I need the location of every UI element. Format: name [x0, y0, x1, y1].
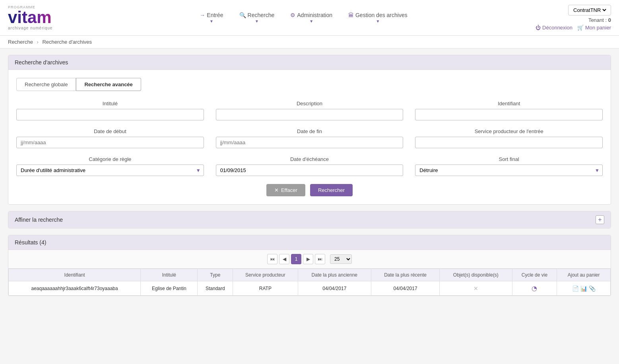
cell-intitule: Eglise de Pantin: [141, 281, 198, 296]
input-date-fin[interactable]: [216, 137, 404, 148]
panier-icon: 🛒: [577, 25, 584, 31]
cell-service: RATP: [233, 281, 298, 296]
tenant-info: Tenant : 0: [588, 17, 611, 23]
label-categorie: Catégorie de règle: [16, 156, 204, 162]
label-identifiant: Identifiant: [415, 101, 603, 106]
entree-icon: →: [200, 12, 205, 18]
input-intitule[interactable]: [16, 109, 204, 120]
page-first-button[interactable]: ⏮: [267, 254, 277, 264]
effacer-label: Effacer: [281, 187, 297, 193]
col-type: Type: [198, 269, 233, 281]
col-cycle: Cycle de vie: [512, 269, 557, 281]
cell-objets: ✕: [440, 281, 512, 296]
label-echeance: Date d'échéance: [216, 156, 404, 162]
form-group-service: Service producteur de l'entrée: [415, 128, 603, 148]
nav-recherche[interactable]: 🔍 Recherche ▼: [239, 12, 275, 23]
results-title: Résultats (4): [15, 239, 46, 246]
breadcrumb-recherche[interactable]: Recherche: [8, 39, 33, 45]
logo: PROGRAMME vitam archivage numérique: [8, 5, 72, 30]
page-size-select[interactable]: 25 10 50 100: [330, 254, 352, 264]
ajout-link-icon[interactable]: 📎: [589, 285, 596, 292]
ajout-file-icon[interactable]: 📄: [572, 285, 579, 292]
input-date-debut[interactable]: [16, 137, 204, 148]
pagination: ⏮ ◀ 1 ▶ ⏭ 25 10 50 100: [8, 250, 611, 269]
cell-date-recente: 04/04/2017: [371, 281, 440, 296]
nav-entree-label: Entrée: [207, 12, 223, 18]
label-intitule: Intitulé: [16, 101, 204, 106]
search-panel: Recherche d'archives Recherche globale R…: [8, 55, 611, 205]
objets-x-icon: ✕: [473, 285, 478, 292]
label-sort: Sort final: [415, 156, 603, 162]
nav-gestion-label: Gestion des archives: [355, 12, 407, 18]
rechercher-button[interactable]: Rechercher: [310, 184, 353, 196]
form-group-date-debut: Date de début: [16, 128, 204, 148]
col-date-ancienne: Date la plus ancienne: [298, 269, 371, 281]
page-next-button[interactable]: ▶: [303, 254, 313, 264]
breadcrumb-current: Recherche d'archives: [42, 39, 92, 45]
input-identifiant[interactable]: [415, 109, 603, 120]
tab-globale[interactable]: Recherche globale: [16, 78, 76, 91]
nav-entree[interactable]: → Entrée ▼: [200, 12, 223, 23]
col-identifiant: Identifiant: [9, 269, 141, 281]
cycle-vie-icon[interactable]: ◔: [532, 285, 537, 292]
nav-administration[interactable]: ⚙ Administration ▼: [290, 12, 332, 23]
gestion-arrow: ▼: [376, 19, 380, 23]
categorie-select-wrapper: Durée d'utilité administrative Communica…: [16, 165, 204, 176]
effacer-button[interactable]: ✕ Effacer: [266, 184, 305, 196]
page-prev-button[interactable]: ◀: [279, 254, 289, 264]
nav-gestion[interactable]: 🏛 Gestion des archives ▼: [348, 12, 407, 23]
select-categorie[interactable]: Durée d'utilité administrative Communica…: [16, 165, 204, 176]
form-group-sort: Sort final Détruire Conserver Classer ▼: [415, 156, 603, 176]
panier-button[interactable]: 🛒 Mon panier: [577, 25, 611, 31]
header-actions: ⏻ Déconnexion 🛒 Mon panier: [536, 25, 611, 31]
form-group-categorie: Catégorie de règle Durée d'utilité admin…: [16, 156, 204, 176]
select-sort[interactable]: Détruire Conserver Classer: [415, 165, 603, 176]
search-form: Intitulé Description Identifiant Date de…: [16, 101, 603, 176]
logo-name: vitam: [8, 9, 72, 26]
label-description: Description: [216, 101, 404, 106]
form-group-identifiant: Identifiant: [415, 101, 603, 120]
label-service: Service producteur de l'entrée: [415, 128, 603, 134]
cell-ajout[interactable]: 📄 📊 📎: [557, 281, 611, 296]
deconnexion-button[interactable]: ⏻ Déconnexion: [536, 25, 572, 31]
col-service: Service producteur: [233, 269, 298, 281]
rechercher-label: Rechercher: [318, 187, 345, 193]
form-group-description: Description: [216, 101, 404, 120]
form-group-echeance: Date d'échéance: [216, 156, 404, 176]
administration-arrow: ▼: [309, 19, 313, 23]
header: PROGRAMME vitam archivage numérique → En…: [0, 0, 619, 36]
results-panel: Résultats (4) ⏮ ◀ 1 ▶ ⏭ 25 10 50 100 Ide…: [8, 235, 611, 296]
table-header: Identifiant Intitulé Type Service produc…: [9, 269, 611, 281]
results-table: Identifiant Intitulé Type Service produc…: [8, 269, 611, 296]
affiner-panel: Affiner la recherche +: [8, 211, 611, 228]
tenant-select[interactable]: ContratTNR: [572, 7, 607, 14]
col-intitule: Intitulé: [141, 269, 198, 281]
input-echeance[interactable]: [216, 165, 404, 176]
tab-avancee[interactable]: Recherche avancée: [76, 78, 141, 91]
label-date-debut: Date de début: [16, 128, 204, 134]
main-content: Recherche d'archives Recherche globale R…: [0, 48, 619, 302]
search-panel-body: Recherche globale Recherche avancée Inti…: [8, 70, 611, 204]
recherche-arrow: ▼: [255, 19, 259, 23]
page-1-button[interactable]: 1: [291, 254, 301, 264]
table-row: aeaqaaaaaahhjr3aaak6calft4r73oyaaaba Egl…: [9, 281, 611, 296]
tenant-selector[interactable]: ContratTNR: [568, 5, 611, 15]
cell-cycle[interactable]: ◔: [512, 281, 557, 296]
cell-date-ancienne: 04/04/2017: [298, 281, 371, 296]
entree-arrow: ▼: [210, 19, 213, 23]
tenant-value: 0: [608, 17, 611, 23]
input-description[interactable]: [216, 109, 404, 120]
table-body: aeaqaaaaaahhjr3aaak6calft4r73oyaaaba Egl…: [9, 281, 611, 296]
input-service[interactable]: [415, 137, 603, 148]
col-ajout: Ajout au panier: [557, 269, 611, 281]
gestion-icon: 🏛: [348, 12, 354, 18]
main-nav: → Entrée ▼ 🔍 Recherche ▼ ⚙ Administratio…: [72, 12, 536, 23]
ajout-chart-icon[interactable]: 📊: [580, 285, 587, 292]
search-tabs: Recherche globale Recherche avancée: [16, 78, 603, 91]
search-panel-title: Recherche d'archives: [15, 59, 68, 66]
page-last-button[interactable]: ⏭: [315, 254, 325, 264]
label-date-fin: Date de fin: [216, 128, 404, 134]
affiner-plus-button[interactable]: +: [596, 215, 604, 224]
header-right: ContratTNR Tenant : 0 ⏻ Déconnexion 🛒 Mo…: [536, 5, 611, 31]
recherche-icon: 🔍: [239, 12, 246, 18]
